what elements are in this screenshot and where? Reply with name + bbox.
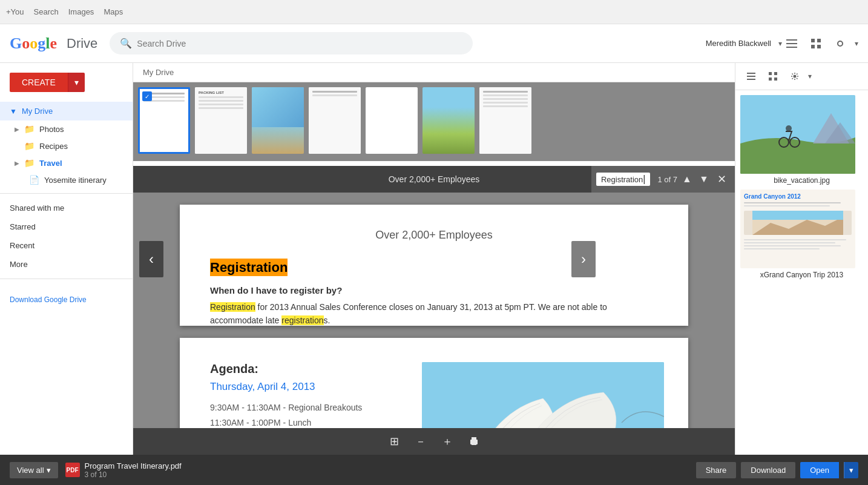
pdf-search-next-button[interactable]: ▼	[697, 172, 711, 186]
search-input[interactable]	[137, 39, 462, 48]
svg-rect-16	[472, 437, 476, 440]
topbar-link-you[interactable]: +You	[6, 7, 24, 16]
more-options-icon[interactable]: ▾	[855, 39, 858, 48]
thumb-line	[483, 94, 528, 96]
sidebar-item-recipes[interactable]: ▶ 📁 Recipes	[10, 137, 133, 154]
doc-thumb-packing[interactable]: PACKING LIST	[195, 87, 247, 154]
sidebar-item-travel[interactable]: ▶ 📁 Travel	[10, 154, 133, 171]
download-button[interactable]: Download	[741, 462, 795, 478]
right-thumb-bike-vacation[interactable]: bike_vacation.jpg	[740, 95, 863, 185]
view-all-button[interactable]: View all ▾	[10, 462, 58, 478]
doc-thumb-6[interactable]	[479, 87, 531, 154]
pdf-search-prev-button[interactable]: ▲	[680, 172, 694, 186]
pdf-search-close-button[interactable]: ✕	[714, 171, 730, 187]
bottom-bar: View all ▾ PDF Program Travel Itinerary.…	[0, 455, 868, 485]
thumb-check: ✓	[142, 91, 152, 101]
grid-view-icon[interactable]	[806, 34, 826, 53]
pdf-zoom-in-button[interactable]: ＋	[438, 432, 457, 451]
thumb-line	[483, 105, 528, 107]
pdf-content-area[interactable]: Over 2,000+ Employees Registration When …	[133, 193, 735, 428]
file-page: 3 of 10	[85, 470, 182, 479]
pdf-search-text: Registration	[601, 175, 643, 184]
bike-vacation-image	[740, 95, 855, 174]
sidebar-item-shared[interactable]: Shared with me	[0, 199, 133, 217]
pdf-zoom-out-button[interactable]: －	[411, 432, 430, 451]
open-dropdown-button[interactable]: ▾	[844, 462, 858, 478]
sidebar-item-label: More	[10, 260, 28, 269]
sidebar-item-my-drive[interactable]: ▼ My Drive	[0, 102, 133, 120]
pdf-print-button[interactable]	[464, 432, 484, 451]
thumb-line	[312, 94, 357, 96]
grid-view-toggle[interactable]	[764, 68, 781, 85]
agenda-date: Thursday, April 4, 2013	[210, 381, 428, 393]
doc-line	[744, 248, 820, 249]
topbar-links: +You Search Images Maps	[6, 7, 123, 16]
google-topbar: +You Search Images Maps	[0, 0, 868, 24]
right-panel-header: ▾	[735, 63, 868, 90]
right-thumb-grand-canyon[interactable]: Grand Canyon 2012	[740, 190, 863, 279]
list-view-toggle[interactable]	[743, 68, 760, 85]
share-button[interactable]: Share	[696, 462, 737, 478]
topbar-link-maps[interactable]: Maps	[104, 7, 123, 16]
create-dropdown-button[interactable]: ▾	[68, 73, 85, 92]
sidebar-item-label: My Drive	[22, 107, 53, 116]
sidebar-divider	[0, 193, 133, 194]
sidebar-tree: ▶ 📁 Photos ▶ 📁 Recipes ▶ 📁 Travel 📄 Yose…	[10, 120, 133, 188]
doc-line	[744, 245, 841, 246]
doc-thumb-4[interactable]	[366, 87, 418, 154]
pdf-next-arrow[interactable]: ›	[571, 241, 596, 277]
svg-rect-20	[747, 76, 755, 77]
sidebar-bottom: Download Google Drive	[0, 284, 133, 314]
svg-rect-21	[747, 79, 755, 80]
sidebar-item-label: Photos	[39, 125, 64, 134]
sidebar-item-yosemite[interactable]: 📄 Yosemite itinerary	[10, 171, 133, 188]
download-google-drive-link[interactable]: Download Google Drive	[10, 295, 87, 304]
bike-vacation-label: bike_vacation.jpg	[740, 176, 863, 185]
pdf-fit-page-button[interactable]: ⊞	[384, 432, 404, 451]
google-logo: Google	[10, 35, 57, 53]
settings-icon[interactable]	[830, 34, 850, 53]
svg-rect-25	[774, 78, 777, 81]
pdf-search-cursor: |	[643, 174, 645, 185]
doc-thumb-photo[interactable]	[252, 87, 304, 154]
topbar-link-images[interactable]: Images	[68, 7, 94, 16]
doc-image-placeholder	[744, 211, 852, 235]
pdf-agenda-section: Agenda: Thursday, April 4, 2013 9:30AM -…	[210, 362, 428, 428]
photos-folder-icon: 📁	[24, 124, 35, 134]
doc-thumb-3[interactable]	[309, 87, 361, 154]
grand-canyon-image: Grand Canyon 2012	[740, 190, 855, 268]
pdf-page-header: Over 2,000+ Employees	[210, 229, 658, 242]
svg-rect-24	[769, 78, 772, 81]
svg-rect-6	[817, 45, 821, 48]
opera-house-image	[422, 362, 664, 428]
open-button[interactable]: Open	[800, 462, 839, 478]
sidebar-item-more[interactable]: More	[0, 255, 133, 274]
agenda-item-2: 11:30AM - 1:00PM - Lunch	[210, 415, 428, 428]
create-btn-wrap: CREATE ▾	[10, 73, 123, 92]
doc-thumb-selected[interactable]: ✓	[138, 87, 190, 154]
sidebar-item-starred[interactable]: Starred	[0, 217, 133, 236]
pdf-prev-arrow[interactable]: ‹	[139, 241, 163, 277]
create-button[interactable]: CREATE	[10, 73, 68, 92]
list-view-icon[interactable]	[782, 34, 801, 53]
right-panel: ▾ bike_	[735, 63, 868, 455]
svg-rect-18	[472, 442, 476, 445]
sidebar: CREATE ▾ ▼ My Drive ▶ 📁 Photos ▶ 📁 Recip…	[0, 63, 133, 455]
sidebar-item-recent[interactable]: Recent	[0, 236, 133, 255]
right-panel-dropdown-icon[interactable]: ▾	[808, 72, 812, 81]
sidebar-item-label: Travel	[39, 159, 62, 168]
right-panel-settings-icon[interactable]	[786, 68, 803, 85]
sidebar-item-photos[interactable]: ▶ 📁 Photos	[10, 120, 133, 137]
svg-rect-23	[774, 72, 777, 75]
pdf-search-input-wrap[interactable]: Registration |	[596, 173, 651, 186]
right-panel-icons: ▾	[743, 68, 812, 85]
sidebar-item-label: Shared with me	[10, 203, 64, 213]
search-box[interactable]: 🔍	[110, 32, 473, 54]
doc-line	[744, 242, 835, 243]
doc-thumbs-strip: ✓ PACKING LIST	[133, 82, 735, 161]
pdf-search-count: 1 of 7	[657, 175, 677, 184]
doc-thumb-5[interactable]	[422, 87, 475, 154]
svg-rect-4	[817, 39, 821, 42]
topbar-link-search[interactable]: Search	[34, 7, 59, 16]
pdf-body: Registration for 2013 Annual Sales Confe…	[210, 300, 658, 328]
